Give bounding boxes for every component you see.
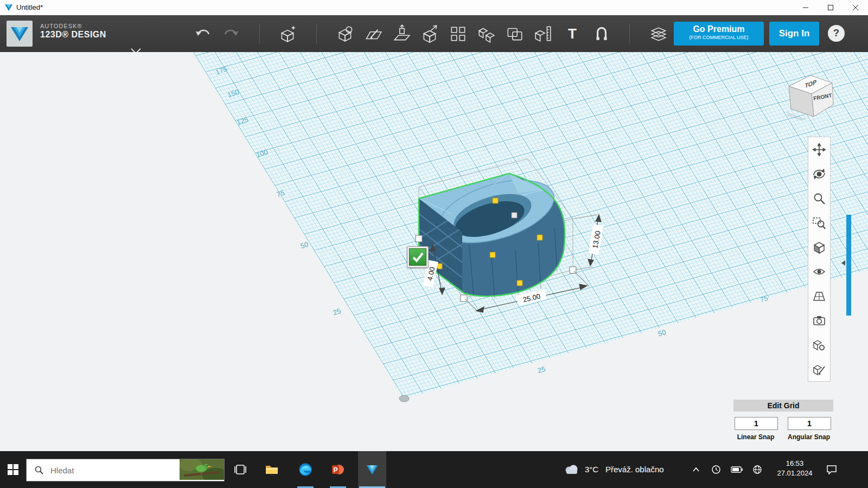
weather-temp[interactable]: 3°C (585, 465, 598, 474)
search-icon (34, 465, 44, 475)
construct-tool-button[interactable] (390, 23, 414, 44)
123d-taskbar-icon (365, 463, 379, 477)
file-explorer-button[interactable] (259, 451, 284, 488)
search-input[interactable] (49, 465, 171, 476)
help-button[interactable]: ? (828, 25, 845, 42)
battery-icon (731, 466, 743, 473)
snap-tool-button[interactable] (590, 23, 614, 44)
go-premium-button[interactable]: Go Premium (FOR COMMERCIAL USE) (674, 22, 764, 46)
notification-icon (826, 465, 837, 474)
bbox-handle[interactable] (461, 295, 467, 301)
tray-app-button[interactable] (707, 451, 725, 488)
viewport-3d[interactable]: 175 150 125 100 75 50 25 75 50 25 (0, 52, 868, 451)
clock-date: 27.01.2024 (774, 468, 816, 478)
app-window: Untitled* AUTODESK® 123D® DESIGN (0, 0, 868, 488)
powerpoint-button[interactable]: P (326, 451, 350, 488)
zoom-window-button[interactable] (808, 210, 830, 235)
view-cube[interactable]: TOP FRONT (786, 68, 835, 121)
dim-height[interactable]: 13.00 (588, 224, 603, 255)
material-settings-button[interactable] (808, 332, 830, 357)
pan-button[interactable] (808, 137, 830, 162)
task-view-button[interactable] (228, 451, 253, 488)
weather-desc[interactable]: Převáž. oblačno (605, 465, 664, 474)
battery-button[interactable] (728, 451, 745, 488)
snapshot-button[interactable] (808, 308, 830, 332)
taskbar-search[interactable] (26, 459, 225, 481)
sketch-tool-button[interactable] (362, 23, 386, 44)
sketch-icon (364, 24, 384, 43)
scale-handle[interactable] (493, 198, 498, 203)
edit-grid-title[interactable]: Edit Grid (733, 400, 833, 412)
123d-logo-icon (9, 23, 30, 44)
measure-icon (533, 24, 553, 43)
modify-tool-button[interactable] (418, 23, 442, 44)
scale-handle[interactable] (512, 213, 517, 218)
weather-button[interactable] (562, 451, 580, 488)
chevron-up-icon (692, 467, 700, 472)
cube-pencil-icon (812, 362, 826, 376)
title-bar: Untitled* (0, 0, 868, 16)
combine-tool-button[interactable] (503, 23, 527, 44)
close-button[interactable] (843, 0, 868, 15)
show-hidden-icons-button[interactable] (688, 451, 704, 488)
windows-logo-icon (8, 464, 18, 475)
app-logo-icon (4, 3, 13, 12)
maximize-button[interactable] (818, 0, 843, 15)
task-view-icon (234, 464, 246, 475)
search-highlight-image[interactable] (180, 459, 224, 480)
primitives-tool-button[interactable] (334, 23, 358, 44)
scale-handle[interactable] (490, 252, 495, 258)
scale-handle[interactable] (537, 235, 542, 240)
sign-in-button[interactable]: Sign In (769, 22, 819, 46)
go-premium-label: Go Premium (674, 24, 764, 34)
angular-snap-label: Angular Snap (787, 433, 831, 441)
network-globe-icon (752, 465, 762, 474)
powerpoint-icon: P (331, 463, 344, 476)
grouping-tool-button[interactable] (475, 23, 499, 44)
transform-tool-button[interactable] (276, 23, 299, 44)
pan-icon (812, 143, 826, 157)
pattern-tool-button[interactable] (446, 23, 470, 44)
model-3d-object[interactable] (419, 168, 565, 298)
zoom-button[interactable] (808, 186, 830, 210)
measure-tool-button[interactable] (531, 23, 555, 44)
window-title: Untitled* (16, 3, 43, 11)
minimize-icon (802, 4, 809, 11)
redo-button[interactable] (219, 23, 243, 44)
clock[interactable]: 16:53 27.01.2024 (774, 459, 816, 478)
angular-snap-input[interactable] (788, 417, 831, 430)
collapsed-panel-tab[interactable] (846, 215, 851, 316)
scale-handle[interactable] (517, 280, 522, 286)
app-menu-button[interactable] (7, 21, 33, 47)
material-button[interactable] (647, 23, 671, 44)
panel-collapse-arrow-icon[interactable] (841, 260, 845, 266)
modify-icon (420, 24, 440, 43)
view-shaded-button[interactable] (808, 235, 830, 259)
redo-icon (222, 26, 240, 41)
zoom-icon (812, 191, 826, 206)
action-center-button[interactable] (819, 451, 844, 488)
minimize-button[interactable] (793, 0, 818, 15)
file-explorer-icon (265, 464, 278, 475)
visibility-button[interactable] (808, 259, 830, 284)
transform-icon (278, 24, 297, 43)
edge-icon (298, 463, 312, 477)
grid-display-button[interactable] (808, 284, 830, 308)
start-button[interactable] (0, 451, 26, 488)
eye-icon (812, 265, 826, 279)
linear-snap-input[interactable] (735, 417, 778, 430)
combine-icon (505, 24, 525, 43)
bbox-handle[interactable] (416, 235, 422, 242)
network-button[interactable] (749, 451, 766, 488)
confirm-button[interactable] (407, 246, 429, 268)
orbit-button[interactable] (808, 162, 830, 186)
text-tool-icon: T (568, 25, 577, 42)
windows-taskbar: P 3°C Převáž. oblačno (0, 451, 868, 488)
text-tool-button[interactable]: T (560, 23, 584, 44)
maximize-icon (827, 4, 834, 11)
pattern-icon (449, 24, 468, 43)
123d-design-button[interactable] (358, 451, 386, 488)
edit-annotations-button[interactable] (808, 357, 830, 381)
edge-browser-button[interactable] (293, 451, 318, 488)
undo-button[interactable] (191, 23, 215, 44)
